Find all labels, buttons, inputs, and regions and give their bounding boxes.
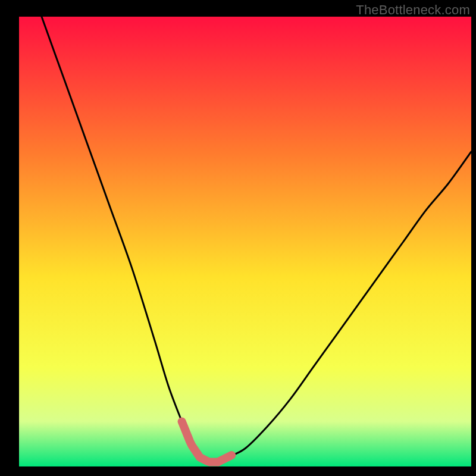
chart-svg <box>0 0 476 476</box>
watermark-text: TheBottleneck.com <box>356 2 470 18</box>
chart-stage: TheBottleneck.com <box>0 0 476 476</box>
